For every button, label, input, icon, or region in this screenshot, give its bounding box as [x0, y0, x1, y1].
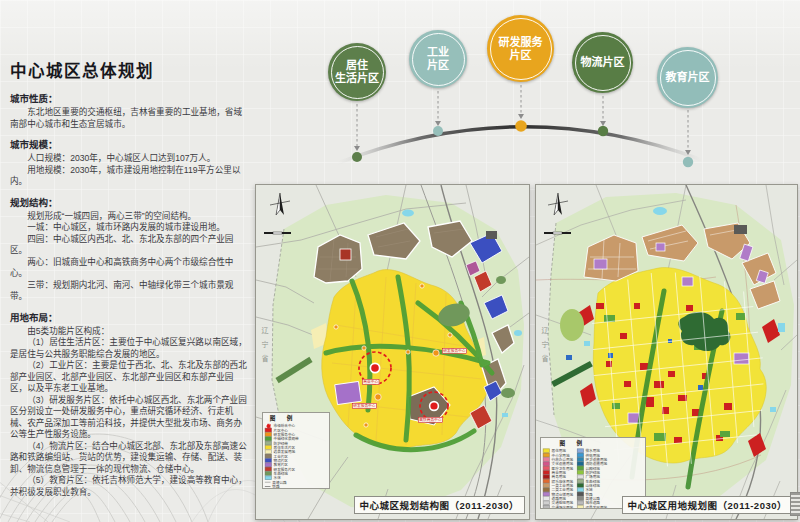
- badge-label: 研发服务 片区: [499, 36, 543, 62]
- legend-swatch: [577, 505, 584, 509]
- map-label-rnd-center-2: 研发服务中心: [352, 403, 377, 408]
- map-label-hsr-business-center: 高铁商务中心: [418, 417, 443, 422]
- legend-swatch: [543, 505, 550, 509]
- section-body: 东北地区重要的交通枢纽，吉林省重要的工业基地，省域南部中心城市和生态宜居城市。: [10, 107, 248, 130]
- badge-label: 物流片区: [581, 56, 625, 69]
- paragraph: （2）工业片区：主要是位于西北、北、东北及东部的西北部产业园区、北部产业园区、东…: [10, 360, 248, 395]
- arc-dot-industry: [433, 126, 443, 136]
- section-body: 人口规模：2030年，中心城区人口达到107万人。用地规模：2030年，城市建设…: [10, 153, 248, 188]
- legend-label: 远景发展用地: [586, 504, 608, 509]
- legend-swatch: [265, 482, 271, 483]
- page-title: 中心城区总体规划: [10, 58, 248, 82]
- legend-title: 图 例: [543, 439, 604, 447]
- badge-label: 居住 生活片区: [335, 59, 379, 85]
- paragraph: 两心：旧城商业中心和高铁商务中心两个市级综合性中心。: [10, 257, 248, 280]
- map-label-rnd-center-1: 研发服务中心: [442, 348, 467, 353]
- section-heading-landuse-layout: 用地布局：: [10, 310, 248, 324]
- planning-structure-map: 辽宁省 商业中心 高铁商务中心 研发服务中心 研发服务中心 图 例 市级综合中心…: [255, 184, 530, 520]
- legend-title: 图 例: [265, 414, 302, 422]
- legend-item: 远景发展用地: [577, 505, 607, 509]
- paragraph: （4）物流片区：结合中心城区北部、东北部及东部高速公路和铁路编组站、货站的优势，…: [10, 441, 248, 476]
- section-body: 规划形成“一城四园，两心三带”的空间结构。一城：中心城区，城市环路内发展的城市建…: [10, 211, 248, 303]
- paragraph: 东北地区重要的交通枢纽，吉林省重要的工业基地，省域南部中心城市和生态宜居城市。: [10, 107, 248, 130]
- paragraph: 由5类功能片区构成：: [10, 326, 248, 338]
- map-caption-planning-structure: 中心城区规划结构图（2011-2030）: [354, 496, 525, 514]
- paragraph: 用地规模：2030年，城市建设用地控制在119平方公里以内。: [10, 165, 248, 188]
- province-label: 辽宁省: [259, 327, 269, 369]
- legend-item: 交通场站用地: [543, 505, 573, 509]
- arc-dot-education: [683, 157, 693, 167]
- map-label-commercial-center: 商业中心: [362, 379, 379, 384]
- legend-label: 铁路: [272, 484, 279, 489]
- paragraph: （3）研发服务片区：依托中心城区西北、东北两个产业园区分别设立一处研发服务中心，…: [10, 395, 248, 441]
- legend-column-1: 居住用地 中小学用地 行政办公用地: [543, 449, 573, 509]
- badge-rnd-service-area: 研发服务 片区: [487, 15, 554, 82]
- badge-logistics-area: 物流片区: [572, 32, 633, 93]
- arc-line: [338, 127, 702, 163]
- arc-dot-logistics: [598, 126, 608, 136]
- legend-label: 交通场站用地: [552, 504, 574, 509]
- section-heading-city-nature: 城市性质：: [10, 91, 248, 105]
- legend-planning-structure: 图 例 市级综合中心 片区中心 研发服务中心: [262, 412, 330, 489]
- badge-label: 教育片区: [666, 71, 710, 84]
- arc-dot-residential: [352, 152, 362, 162]
- province-label: 辽宁省: [539, 327, 549, 369]
- badge-industry-area: 工业 片区: [409, 30, 467, 88]
- paragraph: （5）教育片区：依托吉林师范大学，建设高等教育中心，并积极发展职业教育。: [10, 475, 248, 498]
- text-panel: 中心城区总体规划 城市性质： 东北地区重要的交通枢纽，吉林省重要的工业基地，省域…: [10, 58, 248, 498]
- badge-label: 工业 片区: [427, 46, 449, 72]
- paragraph: 三带：规划期内北河、南河、中轴绿化带三个城市景观带。: [10, 280, 248, 303]
- legend-swatch: [265, 476, 272, 480]
- landuse-map: 辽宁省 图 例 居住用地 中小学用地: [535, 184, 798, 520]
- arc-dot-rnd: [515, 120, 527, 132]
- watermark-building-icon: [790, 492, 800, 516]
- paragraph: 四园：中心城区内西北、北、东北及东部的四个产业园区。: [10, 234, 248, 257]
- legend-column-2: 排水用地 供电用地 环卫设施用地: [577, 449, 607, 509]
- section-heading-city-scale: 城市规模：: [10, 137, 248, 151]
- connector-arrowheads: [354, 114, 691, 155]
- paragraph: 人口规模：2030年，中心城区人口达到107万人。: [10, 153, 248, 165]
- scale-bar: [264, 232, 291, 234]
- scale-bar: [544, 232, 571, 234]
- map-caption-landuse: 中心城区用地规划图（2011-2030）: [622, 496, 793, 514]
- badge-education-area: 教育片区: [657, 47, 718, 108]
- paragraph: 规划形成“一城四园，两心三带”的空间结构。: [10, 211, 248, 223]
- legend-rows: 市级综合中心 片区中心 研发服务中心 中轴绿化景观带: [265, 424, 302, 489]
- paragraph: 一城：中心城区，城市环路内发展的城市建设用地。: [10, 222, 248, 234]
- legend-label: 中心城区范围: [272, 488, 294, 489]
- section-heading-plan-structure: 规划结构：: [10, 195, 248, 209]
- badge-residential-area: 居住 生活片区: [328, 43, 386, 101]
- legend-swatch: [265, 486, 271, 487]
- paragraph: （1）居住生活片区：主要位于中心城区复兴路以南区域，是居住与公共服务职能综合发展…: [10, 337, 248, 360]
- section-body: 由5类功能片区构成：（1）居住生活片区：主要位于中心城区复兴路以南区域，是居住与…: [10, 326, 248, 499]
